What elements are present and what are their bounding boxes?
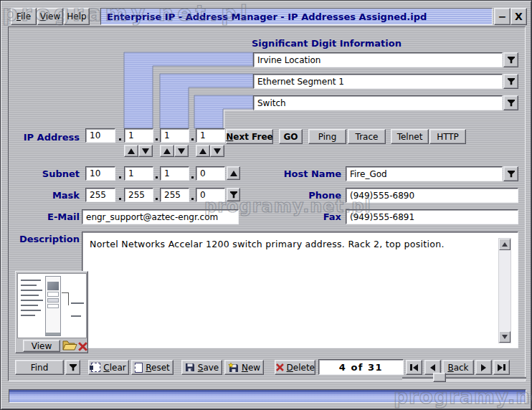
next-free-button[interactable]: Next Free [226, 129, 273, 144]
thumb-rack-photo [47, 282, 59, 290]
bar-icon [503, 364, 505, 371]
description-textarea[interactable]: Nortel Networks Accelar 1200 switch prim… [82, 232, 518, 348]
mask-octet3-field[interactable]: 255 [160, 188, 189, 202]
thumb-text-line [71, 302, 84, 304]
trace-button[interactable]: Trace [348, 129, 386, 144]
location-combobox[interactable]: Irvine Location [253, 52, 503, 67]
record-position-display: 4 of 31 [318, 359, 404, 375]
ip-octet2-down-button[interactable] [138, 145, 153, 157]
scroll-down-button[interactable] [499, 331, 510, 343]
telnet-button[interactable]: Telnet [391, 129, 429, 144]
first-record-button[interactable] [406, 360, 422, 375]
triangle-down-icon [178, 148, 185, 154]
ip-octet3-up-button[interactable] [160, 145, 174, 157]
ping-button[interactable]: Ping [308, 129, 346, 144]
thumb-rack-module [47, 292, 59, 297]
record-slider-thumb[interactable] [433, 373, 446, 382]
segment-dropdown-button[interactable] [503, 74, 518, 89]
new-button[interactable]: New [224, 360, 264, 375]
fax-field[interactable]: (949)555-6891 [346, 209, 518, 224]
reset-button[interactable]: Reset [131, 360, 174, 375]
menu-file-button[interactable]: File [11, 8, 37, 25]
ip-octet3-field[interactable]: 1 [160, 128, 189, 143]
ip-octet4-value: 1 [200, 130, 206, 140]
location-value: Irvine Location [257, 55, 320, 65]
phone-field[interactable]: (949)555-6890 [346, 188, 518, 203]
host-name-dropdown-button[interactable] [503, 166, 518, 181]
triangle-down-icon [214, 148, 221, 154]
ip-octet3-value: 1 [164, 130, 170, 140]
triangle-up-icon [199, 148, 206, 154]
ip-octet2-up-button[interactable] [124, 145, 138, 157]
subnet-up-button[interactable] [227, 166, 240, 180]
segment-combobox[interactable]: Ethernet Segment 1 [253, 74, 503, 89]
close-button[interactable]: X [510, 8, 527, 25]
description-label: Description [15, 234, 80, 244]
ip-octet3-down-button[interactable] [174, 145, 189, 157]
title-bar[interactable]: Enterprise IP - Address Manager - IP Add… [100, 8, 493, 25]
next-record-button[interactable] [475, 360, 492, 375]
scrollbar-track[interactable] [499, 250, 510, 331]
last-record-button[interactable] [493, 360, 510, 375]
telnet-label: Telnet [397, 132, 423, 142]
description-scrollbar[interactable] [498, 238, 511, 343]
ip-octet1-field[interactable]: 10 [85, 128, 115, 143]
find-button[interactable]: Find [15, 360, 64, 375]
back-label: Back [447, 363, 468, 373]
subnet-octet1-field[interactable]: 10 [85, 166, 115, 181]
clear-label: Clear [103, 363, 125, 373]
preview-thumbnail[interactable] [17, 273, 87, 338]
menu-help-button[interactable]: Help [64, 8, 90, 25]
triangle-up-icon [128, 148, 135, 154]
scroll-up-button[interactable] [499, 239, 510, 250]
red-x-icon [276, 363, 283, 371]
back-button[interactable]: Back [442, 360, 474, 375]
ip-octet4-field[interactable]: 1 [196, 128, 225, 143]
subnet-octet4-value: 0 [200, 168, 206, 178]
subnet-octet2-field[interactable]: 1 [124, 166, 153, 181]
mask-octet1-field[interactable]: 255 [85, 188, 115, 202]
find-dropdown-button[interactable] [65, 360, 80, 375]
open-folder-icon[interactable] [62, 339, 77, 352]
menu-file-label: File [16, 11, 31, 22]
delete-button[interactable]: Delete [275, 360, 315, 375]
description-text: Nortel Networks Accelar 1200 switch prim… [90, 239, 493, 249]
significant-digit-connectors [115, 44, 255, 131]
mask-octet2-field[interactable]: 255 [124, 188, 153, 202]
preview-close-icon[interactable] [78, 342, 87, 351]
subnet-octet1-value: 10 [90, 168, 100, 178]
subnet-octet3-field[interactable]: 1 [160, 166, 189, 181]
view-button[interactable]: View [23, 340, 60, 352]
device-combobox[interactable]: Switch [253, 95, 503, 110]
go-button[interactable]: GO [279, 129, 303, 144]
thumb-text-line [21, 310, 41, 311]
ip-octet2-field[interactable]: 1 [124, 128, 153, 143]
record-position-value: 4 of 31 [339, 362, 383, 373]
subnet-octet4-field[interactable]: 0 [196, 166, 225, 181]
triangle-up-icon [163, 148, 171, 154]
reset-label: Reset [146, 363, 170, 373]
record-slider-track[interactable] [402, 377, 526, 380]
phone-value: (949)555-6890 [350, 191, 414, 201]
email-field[interactable]: engr_support@aztec-engr.com [82, 209, 239, 224]
location-dropdown-button[interactable] [503, 52, 518, 67]
ip-octet4-down-button[interactable] [210, 145, 224, 157]
mask-dropdown-button[interactable] [227, 188, 240, 201]
filter-funnel-icon [507, 99, 516, 107]
menu-view-button[interactable]: View [37, 8, 63, 25]
filter-funnel-icon [229, 191, 238, 199]
http-button[interactable]: HTTP [429, 129, 466, 144]
new-label: New [242, 363, 260, 373]
filter-funnel-icon [507, 77, 516, 85]
triangle-down-icon [142, 148, 149, 154]
ip-octet4-up-button[interactable] [196, 145, 210, 157]
minimize-button[interactable]: − [494, 8, 510, 25]
sdi-heading: Significant Digit Information [252, 38, 402, 49]
mask-octet4-field[interactable]: 0 [196, 188, 225, 202]
triangle-down-icon [502, 335, 508, 339]
clear-button[interactable]: Clear [88, 360, 129, 375]
save-button[interactable]: Save [181, 360, 222, 375]
host-name-field[interactable]: Fire_God [346, 166, 503, 181]
ip-octet2-value: 1 [128, 130, 134, 140]
device-dropdown-button[interactable] [503, 95, 518, 110]
